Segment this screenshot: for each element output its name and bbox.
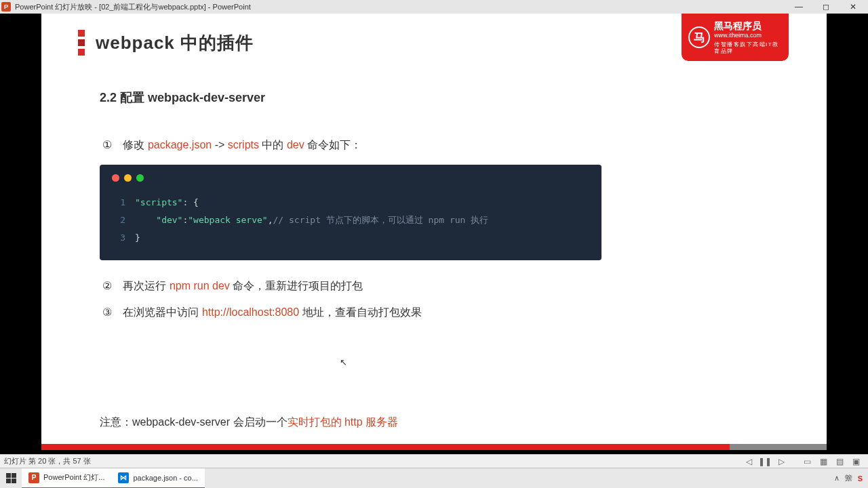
code-block: 1"scripts": { 2 "dev": "webpack serve", … (100, 165, 601, 260)
brand-badge: 马 黑马程序员 www.itheima.com 传智播客旗下高端IT教育品牌 (682, 14, 789, 61)
sorter-view-button[interactable]: ▦ (815, 455, 831, 468)
step-2: ② 再次运行 npm run dev 命令，重新进行项目的打包 (100, 277, 768, 296)
taskbar: P PowerPoint 幻灯... ⋈ package.json - co..… (0, 468, 868, 488)
normal-view-button[interactable]: ▭ (799, 455, 815, 468)
window-title: PowerPoint 幻灯片放映 - [02_前端工程化与webpack.ppt… (15, 2, 785, 12)
tray-app-icon[interactable]: S (858, 474, 863, 483)
maximize-button[interactable]: ◻ (812, 0, 840, 14)
next-slide-button[interactable]: ▷ (773, 455, 789, 468)
minimize-button[interactable]: — (785, 0, 812, 14)
slide-note: 注意：webpack-dev-server 会启动一个实时打包的 http 服务… (100, 415, 398, 430)
slide-content: 2.2 配置 webpack-dev-server ① 修改 package.j… (100, 89, 768, 329)
pause-button[interactable]: ❚❚ (757, 455, 773, 468)
mouse-cursor-icon: ↖ (340, 357, 347, 367)
brand-text: 黑马程序员 www.itheima.com 传智播客旗下高端IT教育品牌 (714, 20, 782, 56)
slideshow-stage[interactable]: webpack 中的插件 马 黑马程序员 www.itheima.com 传智播… (0, 14, 868, 454)
start-button[interactable] (0, 468, 22, 489)
close-button[interactable]: ✕ (840, 0, 867, 14)
step-1: ① 修改 package.json -> scripts 中的 dev 命令如下… (100, 136, 768, 155)
vscode-icon: ⋈ (118, 472, 129, 483)
windows-logo-icon (6, 473, 16, 483)
code-line-2: 2 "dev": "webpack serve", // script 节点下的… (112, 211, 589, 229)
tray-chevron-up-icon[interactable]: ∧ (834, 474, 840, 483)
title-bar: P PowerPoint 幻灯片放映 - [02_前端工程化与webpack.p… (0, 0, 868, 14)
code-line-1: 1"scripts": { (112, 194, 589, 211)
taskbar-item-powerpoint[interactable]: P PowerPoint 幻灯... (22, 468, 111, 489)
subtitle: 2.2 配置 webpack-dev-server (100, 89, 768, 106)
slide: webpack 中的插件 马 黑马程序员 www.itheima.com 传智播… (41, 14, 827, 450)
footer-bar-red (41, 444, 730, 450)
slide-title: webpack 中的插件 (96, 31, 254, 55)
tray-ime-icon[interactable]: 簺 (845, 473, 852, 483)
brand-logo-icon: 马 (688, 26, 710, 48)
window-controls: — ◻ ✕ (785, 0, 867, 14)
title-bullets-icon (78, 30, 85, 56)
footer-bar-grey (730, 444, 827, 450)
powerpoint-icon: P (1, 2, 11, 12)
step-3: ③ 在浏览器中访问 http://localhost:8080 地址，查看自动打… (100, 303, 768, 323)
reading-view-button[interactable]: ▤ (831, 455, 848, 468)
prev-slide-button[interactable]: ◁ (741, 455, 757, 468)
slide-header: webpack 中的插件 (78, 30, 254, 56)
code-line-3: 3} (112, 229, 589, 247)
system-tray: ∧ 簺 S (834, 473, 868, 483)
taskbar-item-vscode[interactable]: ⋈ package.json - co... (111, 468, 204, 489)
slideshow-view-button[interactable]: ▣ (848, 455, 864, 468)
powerpoint-icon: P (28, 472, 39, 483)
slide-counter: 幻灯片 第 20 张，共 57 张 (4, 456, 741, 466)
traffic-lights-icon (112, 174, 589, 182)
status-bar: 幻灯片 第 20 张，共 57 张 ◁ ❚❚ ▷ ▭ ▦ ▤ ▣ (0, 454, 868, 468)
